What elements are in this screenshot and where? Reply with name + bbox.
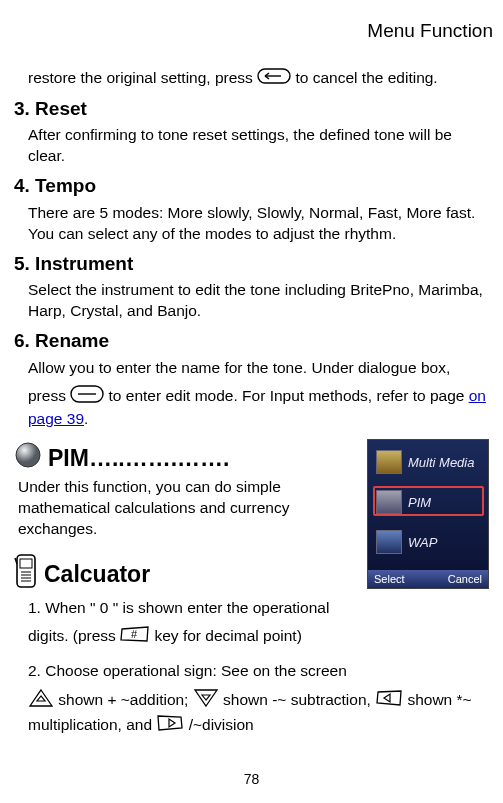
phone-softkey-select: Select xyxy=(374,572,405,588)
section-rename-title: 6. Rename xyxy=(14,328,495,354)
page-number: 78 xyxy=(0,770,503,789)
cancel-key-icon xyxy=(257,68,291,90)
phone-screenshot: Multi Media PIM WAP Select Cancel xyxy=(367,439,489,589)
hash-key-icon: # xyxy=(120,625,150,649)
section-instrument-title: 5. Instrument xyxy=(14,251,495,277)
rename-p2a: press xyxy=(28,387,70,404)
calc-step1-linea: 1. When " 0 " is shown enter the operati… xyxy=(28,598,491,619)
calc-step1-lineb: digits. (press xyxy=(28,627,120,644)
phone-row-pim: PIM xyxy=(408,494,431,512)
up-key-icon xyxy=(28,688,54,714)
restore-line: restore the original setting, press to c… xyxy=(28,68,491,90)
phone-row-multimedia: Multi Media xyxy=(408,456,474,469)
section-rename-p1: Allow you to enter the name for the tone… xyxy=(28,358,491,379)
pim-title: PIM…..…….……. xyxy=(48,443,229,474)
phone-device-icon xyxy=(14,554,38,594)
section-tempo-body: There are 5 modes: More slowly, Slowly, … xyxy=(28,203,491,245)
calc-step2-head: 2. Choose operational sign: See on the s… xyxy=(28,661,491,682)
calc-step1-linec: key for decimal point) xyxy=(154,627,301,644)
section-rename-p2: press to enter edit mode. For Input meth… xyxy=(28,385,491,430)
right-key-icon xyxy=(156,714,184,738)
left-key-icon xyxy=(375,689,403,713)
menu-thumb-icon xyxy=(376,450,402,474)
rename-p2b: to enter edit mode. For Input methods, r… xyxy=(109,387,469,404)
rename-p2c: . xyxy=(84,410,88,427)
disc-icon xyxy=(14,441,42,475)
calc-step2-ops: shown + ~addition; shown -~ subtraction,… xyxy=(28,688,491,738)
calc-step1: 1. When " 0 " is shown enter the operati… xyxy=(28,598,491,649)
phone-row-wap: WAP xyxy=(408,534,437,552)
edit-key-icon xyxy=(70,385,104,409)
svg-text:#: # xyxy=(131,628,138,640)
svg-point-4 xyxy=(16,443,40,467)
menu-thumb-icon xyxy=(376,490,402,514)
section-instrument-body: Select the instrument to edit the tone i… xyxy=(28,280,491,322)
calculator-heading-row: Calcuator xyxy=(14,554,357,594)
section-reset-title: 3. Reset xyxy=(14,96,495,122)
page-header: Menu Function xyxy=(14,18,495,44)
menu-thumb-icon xyxy=(376,530,402,554)
calculator-title: Calcuator xyxy=(44,559,150,590)
op-division: /~division xyxy=(184,716,253,733)
section-tempo-title: 4. Tempo xyxy=(14,173,495,199)
pim-heading-row: PIM…..…….……. xyxy=(14,441,357,475)
pim-body: Under this function, you can do simple m… xyxy=(18,477,308,540)
op-subtraction: shown -~ subtraction, xyxy=(219,691,375,708)
svg-rect-6 xyxy=(20,559,32,568)
restore-post: to cancel the editing. xyxy=(296,69,438,86)
op-addition: shown + ~addition; xyxy=(54,691,193,708)
phone-softkey-cancel: Cancel xyxy=(448,572,482,588)
section-reset-body: After confirming to tone reset settings,… xyxy=(28,125,491,167)
down-key-icon xyxy=(193,688,219,714)
restore-pre: restore the original setting, press xyxy=(28,69,253,86)
